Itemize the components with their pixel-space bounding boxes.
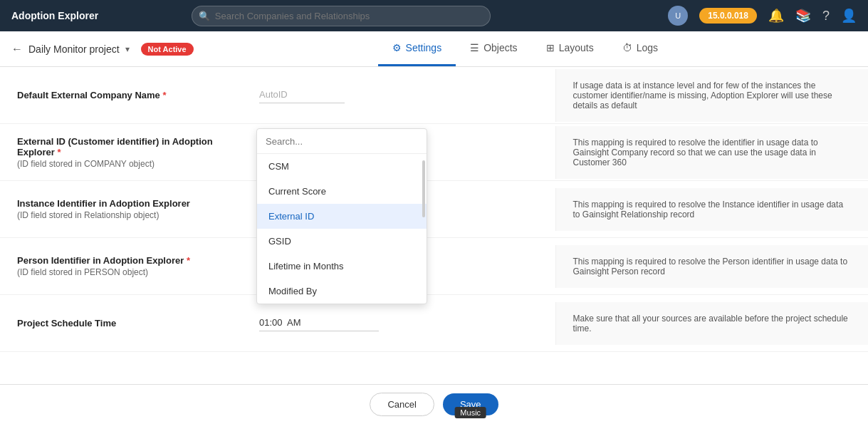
help-person-identifier: This mapping is required to resolve the … bbox=[555, 245, 869, 288]
library-icon[interactable]: 📚 bbox=[795, 8, 811, 24]
label-cell-default-company-name: Default External Company Name * bbox=[0, 78, 242, 112]
sub-header-left: ← Daily Monitor project ▾ Not Active bbox=[11, 43, 194, 56]
label-instance-identifier: Instance Identifier in Adoption Explorer bbox=[17, 198, 225, 209]
tab-objects[interactable]: ☰ Objects bbox=[456, 31, 531, 66]
settings-row-default-company-name: Default External Company Name * AutoID I… bbox=[0, 67, 868, 124]
dropdown-scrollbar[interactable] bbox=[422, 160, 425, 217]
dropdown-item-csm[interactable]: CSM bbox=[257, 154, 427, 179]
app-logo: Adoption Explorer bbox=[11, 10, 98, 21]
label-default-company-name: Default External Company Name * bbox=[17, 90, 225, 100]
footer-actions: Cancel Save Music bbox=[0, 384, 868, 424]
dropdown-item-gsid[interactable]: GSID bbox=[257, 229, 427, 254]
tab-layouts-label: Layouts bbox=[559, 42, 594, 53]
field-dropdown: CSM Current Score External ID GSID Lifet… bbox=[256, 128, 427, 304]
tab-layouts[interactable]: ⊞ Layouts bbox=[532, 31, 608, 66]
dropdown-item-lifetime-in-months[interactable]: Lifetime in Months bbox=[257, 254, 427, 279]
back-button[interactable]: ← bbox=[11, 43, 23, 56]
label-cell-schedule-time: Project Schedule Time bbox=[0, 306, 242, 340]
user-avatar[interactable]: U bbox=[668, 6, 688, 26]
dropdown-item-external-id[interactable]: External ID bbox=[257, 204, 427, 229]
settings-icon: ⚙ bbox=[392, 42, 402, 53]
schedule-time-input[interactable] bbox=[259, 317, 379, 331]
tab-logs-label: Logs bbox=[637, 42, 658, 53]
app-header: Adoption Explorer 🔍 U 15.0.0.018 🔔 📚 ? 👤 bbox=[0, 0, 868, 31]
save-button-container: Save Music bbox=[443, 393, 498, 415]
dropdown-search-container[interactable] bbox=[257, 129, 427, 154]
project-name: Daily Monitor project bbox=[28, 43, 120, 55]
help-icon[interactable]: ? bbox=[822, 9, 830, 24]
sublabel-person-identifier: (ID field stored in PERSON object) bbox=[17, 267, 225, 277]
sub-header: ← Daily Monitor project ▾ Not Active ⚙ S… bbox=[0, 31, 868, 67]
main-content: Default External Company Name * AutoID I… bbox=[0, 67, 868, 384]
global-search[interactable]: 🔍 bbox=[192, 6, 491, 26]
settings-row-person-identifier: Person Identifier in Adoption Explorer *… bbox=[0, 238, 868, 295]
required-marker: * bbox=[162, 90, 166, 100]
logs-icon: ⏱ bbox=[622, 42, 632, 53]
label-external-id: External ID (Customer identifier) in Ado… bbox=[17, 136, 225, 157]
label-schedule-time: Project Schedule Time bbox=[17, 318, 225, 329]
tab-settings-label: Settings bbox=[406, 42, 442, 53]
dropdown-item-modified-by[interactable]: Modified By bbox=[257, 279, 427, 304]
dropdown-item-current-score[interactable]: Current Score bbox=[257, 179, 427, 204]
label-cell-instance-identifier: Instance Identifier in Adoption Explorer… bbox=[0, 187, 242, 232]
settings-row-external-id: External ID (Customer identifier) in Ado… bbox=[0, 124, 868, 181]
profile-icon[interactable]: 👤 bbox=[841, 8, 857, 24]
search-input[interactable] bbox=[192, 6, 491, 26]
input-default-company-name: AutoID bbox=[259, 89, 345, 103]
tab-objects-label: Objects bbox=[483, 42, 517, 53]
tab-logs[interactable]: ⏱ Logs bbox=[608, 31, 672, 66]
dropdown-search-input[interactable] bbox=[266, 136, 418, 147]
music-tooltip: Music bbox=[454, 407, 486, 418]
header-right: U 15.0.0.018 🔔 📚 ? 👤 bbox=[668, 6, 857, 26]
settings-row-instance-identifier: Instance Identifier in Adoption Explorer… bbox=[0, 181, 868, 238]
objects-icon: ☰ bbox=[470, 42, 479, 53]
input-cell-default-company-name[interactable]: AutoID bbox=[242, 76, 555, 115]
tab-settings[interactable]: ⚙ Settings bbox=[378, 31, 456, 66]
label-cell-person-identifier: Person Identifier in Adoption Explorer *… bbox=[0, 244, 242, 289]
label-person-identifier: Person Identifier in Adoption Explorer * bbox=[17, 255, 225, 266]
label-cell-external-id: External ID (Customer identifier) in Ado… bbox=[0, 125, 242, 180]
version-badge: 15.0.0.018 bbox=[699, 8, 757, 24]
help-external-id: This mapping is required to resolve the … bbox=[555, 126, 869, 179]
settings-row-schedule-time: Project Schedule Time Make sure that all… bbox=[0, 295, 868, 352]
settings-panel: Default External Company Name * AutoID I… bbox=[0, 67, 868, 384]
project-dropdown-icon[interactable]: ▾ bbox=[125, 44, 130, 54]
cancel-button[interactable]: Cancel bbox=[370, 393, 434, 416]
sublabel-instance-identifier: (ID field stored in Relationship object) bbox=[17, 210, 225, 220]
required-marker-external-id: * bbox=[57, 147, 61, 157]
search-icon: 🔍 bbox=[199, 11, 210, 21]
nav-tabs: ⚙ Settings ☰ Objects ⊞ Layouts ⏱ Logs bbox=[378, 31, 672, 66]
help-schedule-time: Make sure that all your sources are avai… bbox=[555, 302, 869, 345]
input-cell-schedule-time[interactable] bbox=[242, 304, 555, 343]
layouts-icon: ⊞ bbox=[546, 42, 555, 53]
status-badge: Not Active bbox=[141, 43, 194, 56]
bell-icon[interactable]: 🔔 bbox=[768, 8, 784, 24]
required-marker-person: * bbox=[187, 255, 190, 266]
help-instance-identifier: This mapping is required to resolve the … bbox=[555, 188, 869, 231]
sublabel-external-id: (ID field stored in COMPANY object) bbox=[17, 159, 225, 169]
help-default-company-name: If usage data is at instance level and f… bbox=[555, 69, 869, 122]
